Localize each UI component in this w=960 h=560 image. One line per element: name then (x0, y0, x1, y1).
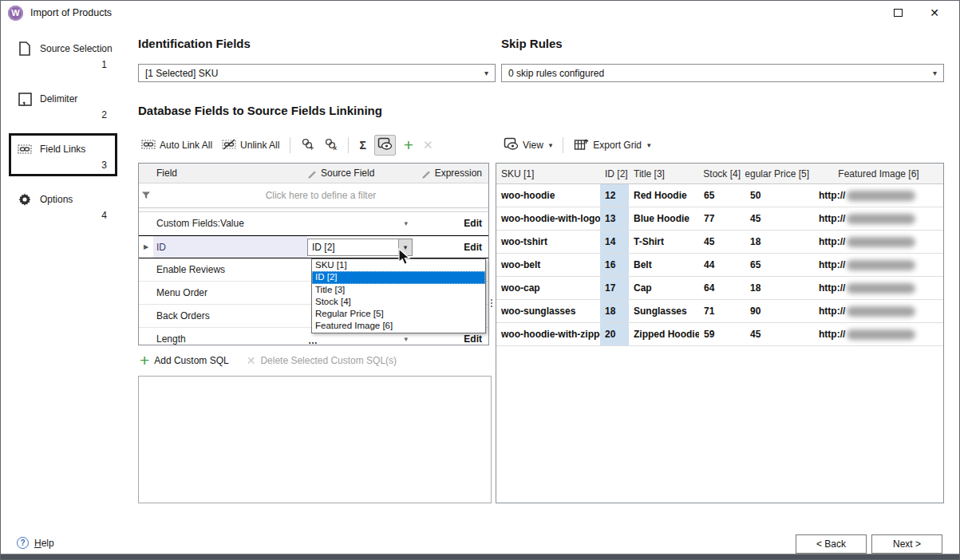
delimiter-quote-icon: , (18, 92, 32, 106)
grid-column-header[interactable]: Regular Price [5] (745, 164, 814, 183)
x-icon: ✕ (423, 138, 433, 152)
grid-column-header[interactable]: Stock [4] (699, 164, 745, 183)
unlink-icon (222, 139, 236, 152)
blurred-url (847, 306, 915, 317)
field-name: Back Orders (153, 310, 307, 321)
auto-link-all-button[interactable]: Auto Link All (140, 136, 214, 155)
toolbar-separator (563, 137, 563, 153)
view-menu-button[interactable]: View ▾ (502, 135, 554, 156)
edit-link[interactable]: Edit (413, 218, 488, 229)
export-grid-icon (574, 137, 589, 153)
grid-cell: http:// (814, 277, 943, 299)
filter-placeholder: Click here to define a filter (153, 190, 488, 201)
back-button[interactable]: < Back (796, 534, 867, 554)
remove-link-button[interactable]: × (322, 135, 339, 156)
gear-icon (18, 192, 32, 207)
svg-text:,: , (22, 93, 26, 106)
delete-row-button-disabled: ✕ (421, 136, 435, 155)
plus-icon: + (140, 354, 149, 367)
grid-cell: http:// (814, 254, 943, 276)
grid-cell: 50 (745, 184, 814, 207)
dropdown-option[interactable]: Regular Price [5] (312, 308, 485, 320)
chevron-down-icon[interactable]: ▾ (404, 219, 408, 227)
chevron-down-icon: ▾ (933, 69, 937, 77)
sidebar-item-source-selection[interactable]: Source Selection 1 (9, 33, 117, 76)
skip-rules-dropdown[interactable]: 0 skip rules configured ▾ (501, 64, 944, 82)
column-header-source-field[interactable]: Source Field (307, 168, 413, 179)
x-icon: ✕ (247, 354, 256, 367)
add-row-button[interactable]: + (402, 136, 415, 154)
grid-cell: Sunglasses (629, 300, 699, 322)
dropdown-option[interactable]: Title [3] (312, 284, 485, 296)
row-expand-icon[interactable]: ▶ (144, 243, 148, 250)
maximize-button[interactable] (879, 1, 916, 25)
grid-cell: woo-hoodie-with-zipper (496, 323, 600, 345)
expression-sigma-button[interactable]: Σ (358, 136, 367, 154)
table-row-id-selected[interactable]: ▶ ID ID [2] ▾ Edit (139, 235, 488, 258)
source-field-dropdown-list[interactable]: SKU [1]ID [2]Title [3]Stock [4]Regular P… (311, 258, 486, 333)
edit-link[interactable]: Edit (413, 242, 488, 253)
table-row[interactable]: woo-sunglasses18Sunglasses7190http:// (496, 300, 943, 323)
grid-cell: 59 (699, 323, 745, 345)
linking-toolbar: Auto Link All Unlink All + × Σ + ✕ (140, 134, 435, 156)
source-field-combo[interactable]: ID [2] ▾ (307, 239, 413, 256)
grid-cell: http:// (814, 323, 943, 345)
window-title: Import of Products (30, 7, 112, 18)
link-plus-icon: + (301, 137, 314, 153)
filter-row[interactable]: Click here to define a filter (139, 183, 488, 208)
panel-splitter-handle[interactable] (490, 299, 493, 307)
sidebar-item-delimiter[interactable]: , Delimiter 2 (9, 83, 117, 126)
add-link-button[interactable]: + (299, 135, 316, 156)
grid-column-header[interactable]: SKU [1] (496, 164, 600, 183)
maximize-icon (894, 9, 903, 17)
table-row-custom-fields-value[interactable]: Custom Fields:Value ▾ Edit (139, 212, 488, 235)
grid-cell: woo-cap (496, 277, 600, 299)
auto-link-icon (141, 139, 156, 152)
source-preview-grid: SKU [1]ID [2]Title [3]Stock [4]Regular P… (496, 163, 944, 503)
preview-toggle-button[interactable] (374, 135, 396, 156)
identification-fields-dropdown[interactable]: [1 Selected] SKU ▾ (138, 64, 496, 82)
sidebar-item-options[interactable]: Options 4 (9, 183, 117, 227)
step-label: Delimiter (40, 93, 77, 105)
view-label: View (523, 140, 543, 151)
dropdown-option[interactable]: Stock [4] (312, 296, 485, 308)
grid-column-header[interactable]: ID [2] (600, 164, 629, 183)
dropdown-option[interactable]: Featured Image [6] (312, 320, 485, 332)
table-row[interactable]: woo-hoodie-with-logo13Blue Hoodie7745htt… (496, 207, 943, 231)
grid-cell: 45 (745, 207, 814, 230)
grid-column-header[interactable]: Title [3] (629, 164, 699, 183)
grid-cell: 18 (600, 300, 629, 322)
blurred-url (847, 283, 915, 294)
unlink-all-button[interactable]: Unlink All (220, 136, 281, 155)
add-custom-sql-button[interactable]: + Add Custom SQL (140, 354, 229, 367)
grid-cell: 14 (600, 231, 629, 253)
identification-fields-heading: Identification Fields (138, 37, 251, 50)
document-icon (18, 41, 32, 56)
custom-sql-editor[interactable] (138, 376, 492, 503)
sidebar-item-field-links[interactable]: Field Links 3 (9, 133, 117, 176)
grid-cell: 12 (600, 184, 629, 207)
dropdown-option[interactable]: ID [2] (312, 271, 485, 283)
table-row[interactable]: woo-hoodie12Red Hoodie6550http:// (496, 184, 943, 207)
grid-cell: http:// (814, 207, 943, 230)
unlink-all-label: Unlink All (240, 140, 279, 151)
preview-eye-icon (377, 137, 393, 153)
titlebar: W Import of Products ✕ (1, 1, 959, 25)
table-row[interactable]: woo-cap17Cap6418http:// (496, 277, 943, 300)
export-grid-button[interactable]: Export Grid ▾ (572, 135, 652, 156)
blurred-url (847, 329, 915, 340)
table-row[interactable]: woo-belt16Belt4465http:// (496, 254, 943, 277)
column-header-expression[interactable]: Expression (413, 168, 488, 179)
grid-cell: 64 (699, 277, 745, 299)
window-bottom-border (1, 554, 959, 559)
table-row[interactable]: woo-hoodie-with-zipper20Zipped Hoodie594… (496, 323, 943, 346)
toolbar-separator (290, 137, 290, 153)
column-header-field[interactable]: Field (153, 168, 307, 179)
next-button[interactable]: Next > (871, 534, 942, 554)
table-row[interactable]: woo-tshirt14T-Shirt4518http:// (496, 231, 943, 254)
grid-cell: http:// (814, 300, 943, 322)
close-button[interactable]: ✕ (916, 1, 953, 25)
skip-rules-value: 0 skip rules configured (508, 68, 604, 79)
grid-column-header[interactable]: Featured Image [6] (814, 164, 943, 183)
help-button[interactable]: ? Help (17, 537, 54, 549)
